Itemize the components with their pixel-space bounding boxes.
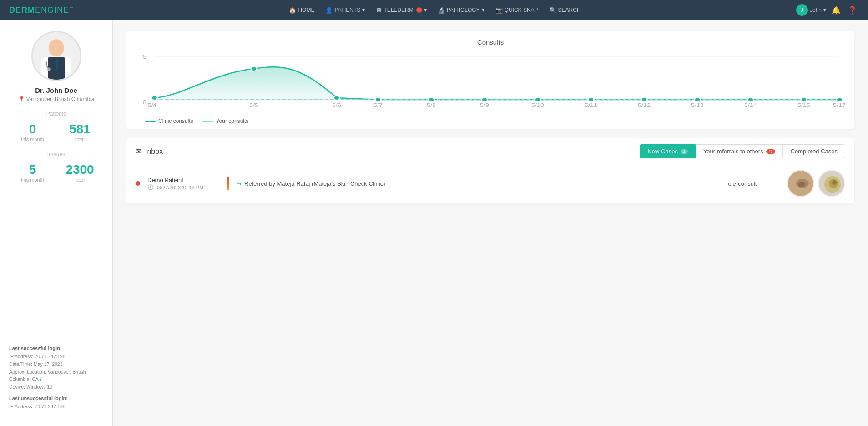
images-total-value: 2300 — [56, 163, 103, 177]
referral-icon: ↪ — [237, 180, 242, 187]
svg-point-15 — [482, 97, 488, 102]
info-icon: ℹ — [40, 377, 41, 382]
brand-engine: ENGINE — [35, 5, 69, 15]
consults-chart: 5 0 — [136, 51, 845, 110]
navbar: DERMENGINE™ 🏠 HOME 👤 PATIENTS ▾ 🖥 TELEDE… — [0, 0, 868, 20]
svg-text:5/11: 5/11 — [585, 102, 597, 108]
thumb-svg-2 — [819, 171, 845, 197]
new-cases-badge: 1 — [681, 149, 688, 154]
doctor-name: Dr. John Doe — [35, 86, 77, 94]
brand-derm: DERM — [9, 5, 35, 15]
chart-section: Consults 5 0 — [126, 31, 854, 129]
svg-point-16 — [535, 97, 541, 102]
inbox-title: ✉ Inbox — [136, 147, 163, 156]
telederm-chevron: ▾ — [424, 7, 427, 13]
nav-right: J John ▾ 🔔 ❓ — [796, 4, 859, 16]
indicator-bar — [227, 177, 229, 190]
images-stats-row: 5 this month 2300 total — [9, 161, 103, 184]
svg-point-18 — [641, 97, 647, 102]
clinic-legend-line — [145, 121, 156, 122]
svg-text:5: 5 — [143, 54, 147, 60]
patient-name: Demo Patient — [147, 177, 220, 183]
device-line: Device: Windows 10 — [9, 383, 103, 391]
patient-date: 🕐 03/27/2023 12:19 PM — [147, 184, 220, 190]
images-total-label: total — [56, 177, 103, 183]
images-this-month-box: 5 this month — [9, 161, 56, 184]
unsuccess-ip-line: IP Address: 70.71.247.198 — [9, 403, 103, 411]
patients-total-value: 581 — [56, 122, 103, 137]
ip-label: IP Address: — [9, 354, 34, 359]
thumb-svg-1 — [788, 171, 814, 197]
stats-section: Patients 0 this month 581 total Images 5… — [0, 111, 112, 192]
nav-user-menu[interactable]: J John ▾ — [796, 4, 826, 16]
svg-text:5/10: 5/10 — [531, 102, 544, 108]
referrals-badge: 43 — [766, 149, 775, 154]
nav-telederm[interactable]: 🖥 TELEDERM 1 ▾ — [371, 5, 431, 15]
referral-info: ↪ Referred by Mateja Rafaj (Mateja's Ski… — [237, 180, 718, 187]
svg-text:5/6: 5/6 — [332, 102, 341, 108]
tab-referrals[interactable]: Your referrals to others 43 — [696, 144, 783, 158]
nav-links: 🏠 HOME 👤 PATIENTS ▾ 🖥 TELEDERM 1 ▾ 🔬 PAT… — [284, 5, 585, 15]
doctor-location: 📍 Vancouver, British Columbia — [18, 96, 95, 102]
image-thumb-1 — [787, 170, 814, 197]
clock-icon: 🕐 — [147, 184, 154, 190]
nav-home[interactable]: 🏠 HOME — [284, 5, 319, 15]
patients-icon: 👤 — [325, 7, 333, 14]
svg-point-12 — [334, 96, 340, 100]
svg-text:5/8: 5/8 — [427, 102, 436, 108]
inbox-tabs: New Cases 1 Your referrals to others 43 … — [640, 144, 845, 158]
svg-point-13 — [375, 97, 381, 102]
new-cases-label: New Cases — [647, 148, 677, 155]
avatar: J — [796, 4, 808, 16]
doctor-avatar — [31, 31, 81, 81]
search-icon: 🔍 — [549, 7, 556, 14]
inbox-row[interactable]: Demo Patient 🕐 03/27/2023 12:19 PM ↪ Ref… — [126, 163, 854, 204]
main-layout: Dr. John Doe 📍 Vancouver, British Columb… — [0, 20, 868, 426]
inbox-icon: ✉ — [136, 147, 141, 156]
location-icon: 📍 — [18, 96, 25, 102]
svg-point-5 — [47, 68, 51, 71]
quick-snap-icon: 📷 — [495, 7, 503, 14]
last-success-title: Last successful login: — [9, 345, 103, 351]
patients-total-label: total — [56, 137, 103, 142]
tab-completed-cases[interactable]: Completed Cases — [783, 144, 845, 158]
patients-this-month-label: this month — [9, 137, 56, 142]
yours-legend-line — [202, 121, 213, 122]
help-icon[interactable]: ❓ — [846, 6, 859, 15]
patients-this-month-value: 0 — [9, 122, 56, 137]
patients-this-month-box: 0 this month — [9, 121, 56, 144]
date-label: Date/Time: — [9, 361, 32, 367]
images-this-month-label: this month — [9, 177, 56, 183]
nav-pathology[interactable]: 🔬 PATHOLOGY ▾ — [433, 5, 489, 15]
svg-text:5/5: 5/5 — [249, 102, 258, 108]
svg-text:0: 0 — [143, 99, 147, 106]
svg-text:5/15: 5/15 — [797, 102, 810, 108]
svg-point-10 — [151, 96, 157, 100]
svg-text:5/14: 5/14 — [744, 102, 757, 108]
case-images — [787, 170, 845, 197]
telederm-icon: 🖥 — [376, 7, 382, 14]
patients-total-box: 581 total — [56, 121, 103, 144]
bell-icon[interactable]: 🔔 — [830, 6, 843, 15]
tab-new-cases[interactable]: New Cases 1 — [640, 144, 695, 158]
image-thumb-2 — [818, 170, 845, 197]
svg-point-19 — [695, 97, 701, 102]
nav-patients[interactable]: 👤 PATIENTS ▾ — [321, 5, 369, 15]
inbox-title-text: Inbox — [145, 147, 163, 156]
location-line: Approx. Location: Vancouver, British Col… — [9, 368, 103, 384]
main-content: Consults 5 0 — [113, 20, 868, 426]
svg-text:5/9: 5/9 — [480, 102, 489, 108]
date-value: May 17, 2023 — [34, 361, 63, 367]
chart-container: 5 0 — [136, 51, 845, 114]
brand-tm: ™ — [69, 6, 74, 10]
doctor-svg — [33, 31, 80, 81]
nav-quick-snap[interactable]: 📷 QUICK SNAP — [491, 5, 543, 15]
svg-point-11 — [251, 66, 257, 71]
clinic-legend-label: Clinic consults — [158, 118, 193, 124]
nav-search[interactable]: 🔍 SEARCH — [545, 5, 585, 15]
brand-logo: DERMENGINE™ — [9, 5, 74, 15]
svg-text:5/12: 5/12 — [638, 102, 651, 108]
svg-point-17 — [588, 97, 594, 102]
svg-text:5/17: 5/17 — [833, 102, 845, 108]
svg-point-20 — [748, 97, 754, 102]
